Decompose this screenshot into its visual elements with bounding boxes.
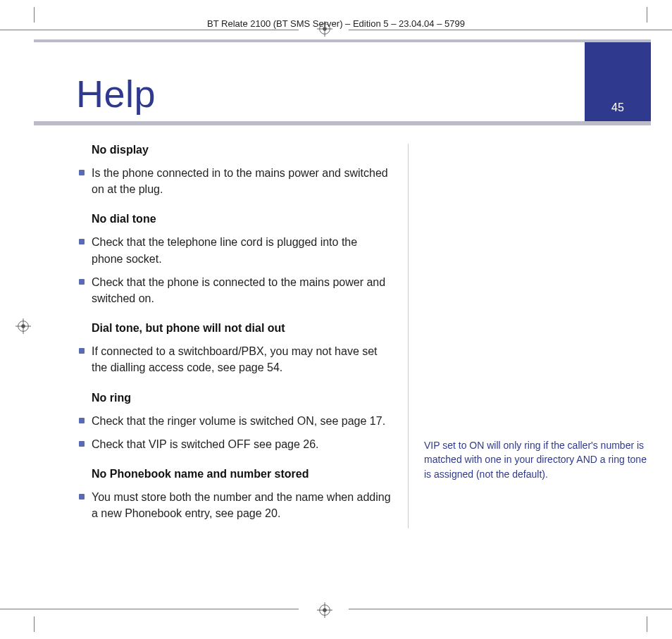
section-heading: No display [92,144,391,156]
section-heading: Dial tone, but phone will not dial out [92,322,391,335]
list-item: You must store both the number and the n… [79,489,391,521]
page-number-block: 45 [585,42,651,121]
page-title: Help [76,72,156,116]
list-item: Check that the telephone line cord is pl… [79,234,391,266]
registration-mark-icon [15,318,31,334]
document-header: BT Relate 2100 (BT SMS Server) – Edition… [0,18,672,29]
list-item: Check that VIP is switched OFF see page … [79,436,391,452]
section-heading: No Phonebook name and number stored [92,468,391,480]
svg-point-5 [323,608,327,612]
crop-mark-bottom [0,604,672,632]
page-number: 45 [611,101,624,114]
svg-point-4 [320,605,330,616]
section-heading: No dial tone [92,213,391,225]
main-column: No display Is the phone connected in to … [34,144,409,528]
side-column: VIP set to ON will only ring if the call… [409,144,651,528]
title-banner: Help 45 [34,39,651,125]
list-item: If connected to a switchboard/PBX, you m… [79,343,391,376]
list-item: Check that the ringer volume is switched… [79,413,391,429]
section-heading: No ring [92,392,391,404]
list-item: Check that the phone is connected to the… [79,274,391,306]
list-item: Is the phone connected in to the mains p… [79,165,391,197]
side-note: VIP set to ON will only ring if the call… [424,438,651,481]
